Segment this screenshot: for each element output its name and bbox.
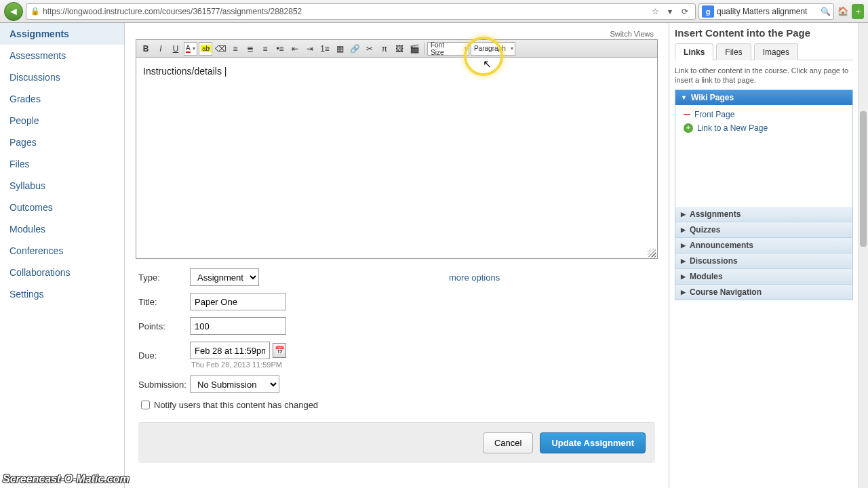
points-input[interactable] xyxy=(190,317,286,335)
section-discussions[interactable]: ▶Discussions xyxy=(675,253,852,268)
more-options-link[interactable]: more options xyxy=(449,272,500,283)
browser-toolbar: ◄ 🔒 https://longwood.instructure.com/cou… xyxy=(0,0,868,23)
scrollbar-track[interactable] xyxy=(859,23,868,488)
bookmark-star-icon[interactable]: ☆ xyxy=(649,7,661,16)
scrollbar-thumb[interactable] xyxy=(860,111,867,247)
sidebar-item-people[interactable]: People xyxy=(0,110,124,131)
submission-label: Submission: xyxy=(138,380,190,390)
outdent-button[interactable]: ⇤ xyxy=(288,42,302,56)
title-input[interactable] xyxy=(190,293,286,310)
editor-toolbar: B I U A ab ⌫ ≡ ≣ ≡ •≡ ⇤ ⇥ 1≡ ▦ 🔗 ✂ π 🖼 🎬 xyxy=(136,40,657,58)
sidebar-item-collaborations[interactable]: Collaborations xyxy=(0,262,124,283)
sidebar-item-assessments[interactable]: Assessments xyxy=(0,45,124,66)
due-hint-text: Thu Feb 28, 2013 11:59PM xyxy=(190,361,286,369)
insert-content-panel: Insert Content into the Page LinksFilesI… xyxy=(669,23,859,488)
image-button[interactable]: 🖼 xyxy=(393,42,406,56)
number-list-button[interactable]: 1≡ xyxy=(318,42,332,56)
switch-views-link[interactable]: Switch Views xyxy=(136,27,658,39)
url-text: https://longwood.instructure.com/courses… xyxy=(43,7,302,16)
sidebar-item-files[interactable]: Files xyxy=(0,153,124,175)
cancel-button[interactable]: Cancel xyxy=(483,432,533,453)
sidebar-item-assignments[interactable]: Assignments xyxy=(0,23,124,45)
panel-hint: Link to other content in the course. Cli… xyxy=(675,66,853,85)
sidebar-item-discussions[interactable]: Discussions xyxy=(0,66,124,88)
home-icon[interactable]: 🏠 xyxy=(837,6,849,16)
due-input[interactable] xyxy=(190,342,270,359)
url-dropdown-icon[interactable]: ▾ xyxy=(664,7,676,16)
submission-select[interactable]: No Submission xyxy=(190,375,279,393)
assignment-form: Type: Assignment more options Title: Poi… xyxy=(136,259,658,466)
table-button[interactable]: ▦ xyxy=(333,42,347,56)
points-label: Points: xyxy=(138,321,190,331)
indent-button[interactable]: ⇥ xyxy=(303,42,317,56)
section-modules[interactable]: ▶Modules xyxy=(675,268,852,284)
type-label: Type: xyxy=(138,272,190,283)
paragraph-dropdown[interactable]: Paragraph xyxy=(471,42,515,56)
search-text: quality Matters alignment xyxy=(717,7,807,16)
browser-search[interactable]: g quality Matters alignment 🔍 xyxy=(698,3,834,20)
sidebar-item-conferences[interactable]: Conferences xyxy=(0,240,124,262)
course-nav: AssignmentsAssessmentsDiscussionsGradesP… xyxy=(0,23,125,488)
main-content: Switch Views B I U A ab ⌫ ≡ ≣ ≡ •≡ ⇤ ⇥ 1… xyxy=(125,23,669,488)
text-color-dropdown[interactable]: A xyxy=(184,42,197,56)
media-button[interactable]: 🎬 xyxy=(408,42,421,56)
back-button[interactable]: ◄ xyxy=(4,2,23,21)
section-course-navigation[interactable]: ▶Course Navigation xyxy=(675,284,852,300)
tab-files[interactable]: Files xyxy=(716,43,751,60)
update-assignment-button[interactable]: Update Assignment xyxy=(540,432,646,453)
title-label: Title: xyxy=(138,297,190,307)
rich-text-editor: B I U A ab ⌫ ≡ ≣ ≡ •≡ ⇤ ⇥ 1≡ ▦ 🔗 ✂ π 🖼 🎬 xyxy=(136,39,658,259)
notify-label: Notify users that this content has chang… xyxy=(154,400,318,410)
unlink-button[interactable]: ✂ xyxy=(363,42,376,56)
tab-images[interactable]: Images xyxy=(754,43,798,60)
search-icon[interactable]: 🔍 xyxy=(821,7,831,16)
panel-title: Insert Content into the Page xyxy=(675,27,853,39)
clear-format-button[interactable]: ⌫ xyxy=(214,42,227,56)
notify-checkbox[interactable] xyxy=(141,401,150,409)
bullet-list-button[interactable]: •≡ xyxy=(273,42,287,56)
wiki-pages-header[interactable]: ▼Wiki Pages xyxy=(675,90,852,105)
watermark-text: Screencast-O-Matic.com xyxy=(3,473,130,485)
bg-color-dropdown[interactable]: ab xyxy=(199,42,212,56)
sidebar-item-outcomes[interactable]: Outcomes xyxy=(0,197,124,218)
align-right-button[interactable]: ≡ xyxy=(258,42,272,56)
sidebar-item-grades[interactable]: Grades xyxy=(0,88,124,110)
align-center-button[interactable]: ≣ xyxy=(243,42,257,56)
lock-icon: 🔒 xyxy=(31,7,40,16)
link-button[interactable]: 🔗 xyxy=(348,42,361,56)
sidebar-item-modules[interactable]: Modules xyxy=(0,218,124,240)
panel-tabs: LinksFilesImages xyxy=(675,43,853,60)
equation-button[interactable]: π xyxy=(378,42,391,56)
calendar-icon[interactable]: 📅 xyxy=(273,343,286,358)
section-quizzes[interactable]: ▶Quizzes xyxy=(675,222,852,237)
section-announcements[interactable]: ▶Announcements xyxy=(675,237,852,253)
sidebar-item-settings[interactable]: Settings xyxy=(0,283,124,305)
addon-icon[interactable]: ＋ xyxy=(852,4,864,19)
tab-links[interactable]: Links xyxy=(675,43,713,60)
type-select[interactable]: Assignment xyxy=(190,268,259,286)
wiki-pages-body: Front Page +Link to a New Page xyxy=(675,105,852,207)
font-size-dropdown[interactable]: Font Size xyxy=(427,42,469,56)
plus-icon: + xyxy=(684,123,693,133)
section-assignments[interactable]: ▶Assignments xyxy=(675,207,852,222)
due-label: Due: xyxy=(138,350,190,361)
front-page-link[interactable]: Front Page xyxy=(679,108,848,121)
sidebar-item-syllabus[interactable]: Syllabus xyxy=(0,175,124,197)
underline-button[interactable]: U xyxy=(169,42,182,56)
new-page-link[interactable]: +Link to a New Page xyxy=(679,121,848,135)
links-accordion: ▼Wiki Pages Front Page +Link to a New Pa… xyxy=(675,89,853,300)
bold-button[interactable]: B xyxy=(139,42,153,56)
sidebar-item-pages[interactable]: Pages xyxy=(0,131,124,153)
google-icon: g xyxy=(702,5,714,18)
reload-icon[interactable]: ⟳ xyxy=(679,7,691,16)
align-left-button[interactable]: ≡ xyxy=(229,42,242,56)
editor-textarea[interactable]: Instructions/details | xyxy=(136,58,657,258)
italic-button[interactable]: I xyxy=(154,42,167,56)
minus-icon xyxy=(684,114,690,115)
url-bar[interactable]: 🔒 https://longwood.instructure.com/cours… xyxy=(26,3,696,20)
